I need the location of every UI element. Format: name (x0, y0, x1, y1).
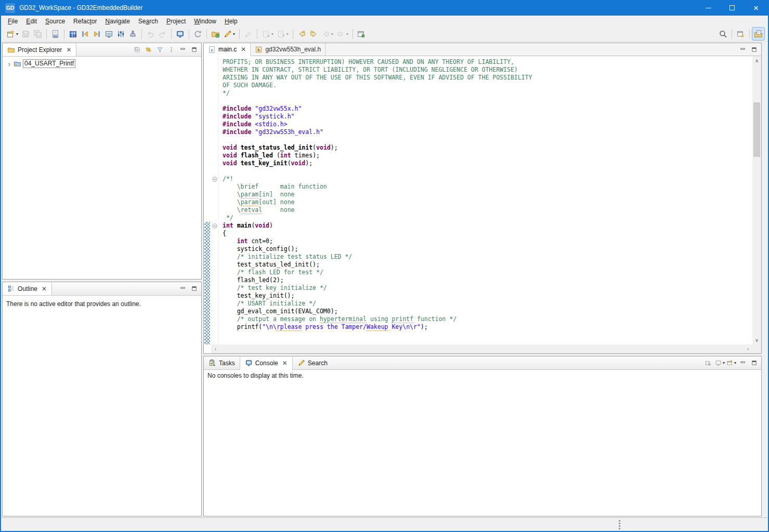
display-console-icon (715, 360, 722, 366)
menu-project[interactable]: Project (162, 17, 190, 26)
pin-editor-button[interactable] (356, 28, 368, 40)
scroll-left-arrow[interactable]: ‹ (211, 344, 220, 353)
code-editor[interactable]: PROFITS; OR BUSINESS INTERRUPTION) HOWEV… (219, 56, 752, 344)
redo-button[interactable] (157, 28, 168, 40)
dropdown-caret-icon[interactable]: ▾ (331, 32, 333, 36)
maximize-button[interactable] (749, 44, 760, 55)
scroll-down-arrow[interactable]: ∨ (752, 336, 761, 344)
new-wizard-button[interactable]: ▾ (5, 28, 20, 40)
console-tab-tasks[interactable]: Tasks (204, 356, 240, 369)
folding-ruler[interactable] (211, 56, 219, 344)
maximize-button[interactable] (749, 357, 760, 368)
view-menu-button[interactable] (166, 44, 177, 55)
close-tab-icon[interactable]: ✕ (282, 360, 288, 366)
code-line: /*! (223, 175, 752, 183)
editor-vertical-scrollbar[interactable]: ∧ ∨ (752, 56, 761, 344)
menu-navigate[interactable]: Navigate (101, 17, 134, 26)
scroll-up-arrow[interactable]: ∧ (752, 56, 761, 65)
clean-build-button[interactable] (127, 28, 139, 40)
tune-settings-button[interactable] (115, 28, 127, 40)
maximize-button[interactable] (189, 44, 200, 55)
fold-collapse-icon[interactable] (212, 223, 217, 228)
code-line: systick_config(); (223, 245, 752, 253)
skip-forward-button[interactable] (91, 28, 103, 40)
redo-icon (158, 30, 167, 38)
save-button[interactable] (20, 28, 32, 40)
flash-programmer-button[interactable] (67, 28, 79, 40)
annotation-ruler[interactable] (204, 56, 211, 344)
open-perspective-button[interactable] (735, 28, 747, 40)
editor-tab-main.c[interactable]: cmain.c✕ (204, 43, 251, 56)
device-terminal-icon: </> (105, 30, 113, 38)
pin-console-button[interactable] (703, 357, 714, 368)
console-tab-search[interactable]: Search (293, 356, 332, 369)
console-header: TasksConsole✕Search ▾▾ (204, 356, 761, 370)
menu-search[interactable]: Search (134, 17, 162, 26)
close-window-button[interactable]: × (744, 0, 768, 16)
code-line: #include "gd32vw553h_eval.h" (223, 128, 752, 136)
project-explorer-header: Project Explorer ✕ (3, 43, 201, 57)
tab-project-explorer[interactable]: Project Explorer ✕ (3, 43, 76, 56)
open-element-button[interactable] (210, 28, 221, 40)
nav-forward-button[interactable]: ▾ (335, 28, 350, 40)
menu-edit[interactable]: Edit (22, 17, 41, 26)
last-edit-back-button[interactable] (296, 28, 308, 40)
scroll-right-arrow[interactable]: › (744, 344, 752, 353)
minimize-window-button[interactable] (696, 0, 720, 16)
dropdown-caret-icon[interactable]: ▾ (271, 32, 273, 36)
open-console-button[interactable]: ▾ (726, 357, 737, 368)
next-annotation-button[interactable]: ▾ (260, 28, 275, 40)
device-terminal-button[interactable]: </> (103, 28, 115, 40)
refresh-button[interactable] (192, 28, 204, 40)
maximize-button[interactable] (189, 283, 200, 294)
dropdown-caret-icon[interactable]: ▾ (16, 32, 18, 36)
skip-back-button[interactable] (79, 28, 91, 40)
dropdown-caret-icon[interactable]: ▾ (233, 32, 235, 36)
display-console-button[interactable]: ▾ (714, 357, 725, 368)
minimize-button[interactable] (177, 44, 188, 55)
fold-collapse-icon[interactable] (212, 176, 217, 181)
menu-file[interactable]: File (4, 17, 22, 26)
menu-window[interactable]: Window (190, 17, 220, 26)
project-tree: ›04_USART_Printf (3, 57, 201, 279)
format-marker-button[interactable] (242, 28, 254, 40)
editor-tab-gd32vw553h_eval.h[interactable]: hgd32vw553h_eval.h (251, 43, 325, 56)
last-edit-forward-button[interactable] (308, 28, 320, 40)
right-column: cmain.c✕hgd32vw553h_eval.h PROFITS; OR B… (202, 42, 768, 517)
menu-refactor[interactable]: Refactor (69, 17, 101, 26)
minimize-button[interactable] (737, 44, 748, 55)
console-tab-console[interactable]: Console✕ (240, 356, 293, 370)
binary-file-button[interactable]: 010 (49, 28, 61, 40)
close-outline-icon[interactable]: ✕ (42, 286, 47, 292)
minimize-button[interactable] (737, 357, 748, 368)
editor-horizontal-scrollbar[interactable]: ‹ › (211, 344, 752, 353)
tab-outline[interactable]: Outline ✕ (3, 282, 52, 295)
close-project-explorer-icon[interactable]: ✕ (66, 47, 71, 53)
search-highlight-button[interactable]: ▾ (221, 28, 237, 40)
minimize-icon (739, 46, 746, 53)
collapse-all-button[interactable] (132, 44, 142, 55)
console-view-button[interactable] (174, 28, 186, 40)
close-tab-icon[interactable]: ✕ (241, 46, 246, 52)
menu-source[interactable]: Source (41, 17, 69, 26)
nav-back-button[interactable]: ▾ (320, 28, 335, 40)
menu-help[interactable]: Help (220, 17, 242, 26)
minimize-button[interactable] (177, 283, 188, 294)
save-all-button[interactable] (32, 28, 44, 40)
dropdown-caret-icon[interactable]: ▾ (286, 32, 289, 36)
link-with-editor-button[interactable] (143, 44, 154, 55)
dropdown-caret-icon[interactable]: ▾ (723, 361, 725, 365)
editor-actions (737, 43, 761, 56)
cpp-perspective-button[interactable] (752, 28, 764, 40)
dropdown-caret-icon[interactable]: ▾ (734, 361, 736, 365)
tree-item-04_usart_printf[interactable]: ›04_USART_Printf (3, 59, 201, 69)
previous-annotation-button[interactable]: ▾ (275, 28, 290, 40)
undo-button[interactable] (145, 28, 157, 40)
vertical-scroll-thumb[interactable] (753, 102, 760, 157)
maximize-window-button[interactable] (720, 0, 744, 16)
filter-button[interactable] (154, 44, 165, 55)
search-button[interactable] (717, 28, 729, 40)
expand-chevron-icon[interactable]: › (6, 60, 12, 68)
dropdown-caret-icon[interactable]: ▾ (346, 32, 348, 36)
code-line: #include "gd32vw55x.h" (223, 105, 752, 113)
